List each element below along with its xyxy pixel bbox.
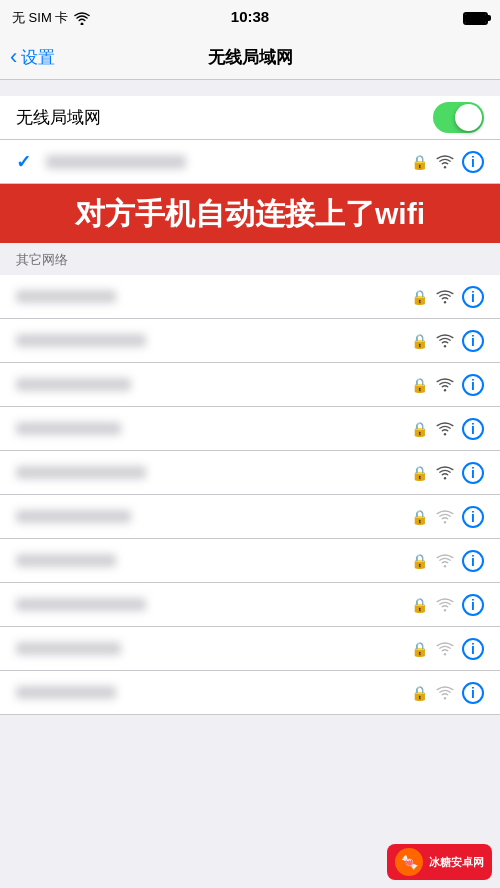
network-icons: 🔒 i xyxy=(411,374,484,396)
network-row[interactable]: 🔒 i xyxy=(0,319,500,363)
network-name xyxy=(16,422,121,435)
checkmark-icon: ✓ xyxy=(16,151,36,173)
info-button[interactable]: i xyxy=(462,506,484,528)
wifi-weak-icon xyxy=(436,686,454,700)
network-row[interactable]: 🔒 i xyxy=(0,627,500,671)
wifi-signal-icon xyxy=(74,12,90,25)
wifi-toggle-switch[interactable] xyxy=(433,102,484,133)
info-button[interactable]: i xyxy=(462,550,484,572)
status-right xyxy=(463,12,488,25)
wifi-icon xyxy=(436,334,454,348)
watermark: 🍬 冰糖安卓网 xyxy=(387,844,492,880)
network-icons: 🔒 i xyxy=(411,506,484,528)
lock-icon: 🔒 xyxy=(411,421,428,437)
lock-icon: 🔒 xyxy=(411,597,428,613)
network-icons: 🔒 i xyxy=(411,682,484,704)
wifi-weak-icon xyxy=(436,598,454,612)
watermark-icon: 🍬 xyxy=(395,848,423,876)
network-row[interactable]: 🔒 i xyxy=(0,275,500,319)
other-networks-header: 其它网络 xyxy=(0,243,500,275)
wifi-icon xyxy=(436,466,454,480)
back-button[interactable]: ‹ 设置 xyxy=(10,46,55,69)
lock-icon: 🔒 xyxy=(411,509,428,525)
wifi-toggle-row[interactable]: 无线局域网 xyxy=(0,96,500,140)
info-button[interactable]: i xyxy=(462,638,484,660)
toggle-knob xyxy=(455,104,482,131)
info-button[interactable]: i xyxy=(462,286,484,308)
network-row[interactable]: 🔒 i xyxy=(0,407,500,451)
network-icons: 🔒 i xyxy=(411,330,484,352)
network-icons: 🔒 i xyxy=(411,286,484,308)
wifi-toggle-label: 无线局域网 xyxy=(16,106,101,129)
back-label: 设置 xyxy=(21,46,55,69)
wifi-weak-icon xyxy=(436,554,454,568)
carrier-label: 无 SIM 卡 xyxy=(12,9,68,27)
back-chevron-icon: ‹ xyxy=(10,46,17,68)
battery-icon xyxy=(463,12,488,25)
wifi-icon xyxy=(436,290,454,304)
info-button[interactable]: i xyxy=(462,374,484,396)
lock-icon: 🔒 xyxy=(411,641,428,657)
status-bar: 无 SIM 卡 10:38 xyxy=(0,0,500,36)
info-button[interactable]: i xyxy=(462,418,484,440)
wifi-icon xyxy=(436,422,454,436)
wifi-weak-icon xyxy=(436,510,454,524)
info-button[interactable]: i xyxy=(462,330,484,352)
connected-network-icons: 🔒 i xyxy=(411,151,484,173)
network-list: 🔒 i 🔒 i 🔒 xyxy=(0,275,500,715)
lock-icon: 🔒 xyxy=(411,685,428,701)
nav-bar: ‹ 设置 无线局域网 xyxy=(0,36,500,80)
lock-icon: 🔒 xyxy=(411,289,428,305)
network-row[interactable]: 🔒 i xyxy=(0,495,500,539)
lock-icon: 🔒 xyxy=(411,465,428,481)
network-row[interactable]: 🔒 i xyxy=(0,539,500,583)
network-row[interactable]: 🔒 i xyxy=(0,671,500,715)
network-name xyxy=(16,290,116,303)
network-row[interactable]: 🔒 i xyxy=(0,363,500,407)
network-row[interactable]: 🔒 i xyxy=(0,451,500,495)
connected-info-button[interactable]: i xyxy=(462,151,484,173)
network-icons: 🔒 i xyxy=(411,638,484,660)
network-name xyxy=(16,598,146,611)
network-name xyxy=(16,642,121,655)
info-button[interactable]: i xyxy=(462,682,484,704)
network-icons: 🔒 i xyxy=(411,594,484,616)
connected-network-row[interactable]: ✓ 🔒 i xyxy=(0,140,500,184)
network-name xyxy=(16,554,116,567)
watermark-text: 冰糖安卓网 xyxy=(429,855,484,870)
info-button[interactable]: i xyxy=(462,462,484,484)
page-title: 无线局域网 xyxy=(208,46,293,69)
lock-icon: 🔒 xyxy=(411,154,428,170)
network-icons: 🔒 i xyxy=(411,462,484,484)
banner-text: 对方手机自动连接上了wifi xyxy=(75,197,425,230)
lock-icon: 🔒 xyxy=(411,377,428,393)
status-time: 10:38 xyxy=(231,8,269,25)
lock-icon: 🔒 xyxy=(411,553,428,569)
info-button[interactable]: i xyxy=(462,594,484,616)
wifi-weak-icon xyxy=(436,642,454,656)
connected-network-name xyxy=(46,155,186,169)
network-row[interactable]: 🔒 i xyxy=(0,583,500,627)
network-icons: 🔒 i xyxy=(411,418,484,440)
network-name xyxy=(16,378,131,391)
network-name xyxy=(16,686,116,699)
network-icons: 🔒 i xyxy=(411,550,484,572)
network-name xyxy=(16,510,131,523)
lock-icon: 🔒 xyxy=(411,333,428,349)
status-left: 无 SIM 卡 xyxy=(12,9,90,27)
wifi-full-icon xyxy=(436,155,454,169)
network-name xyxy=(16,466,146,479)
banner-overlay: 对方手机自动连接上了wifi xyxy=(0,184,500,243)
network-name xyxy=(16,334,146,347)
wifi-icon xyxy=(436,378,454,392)
